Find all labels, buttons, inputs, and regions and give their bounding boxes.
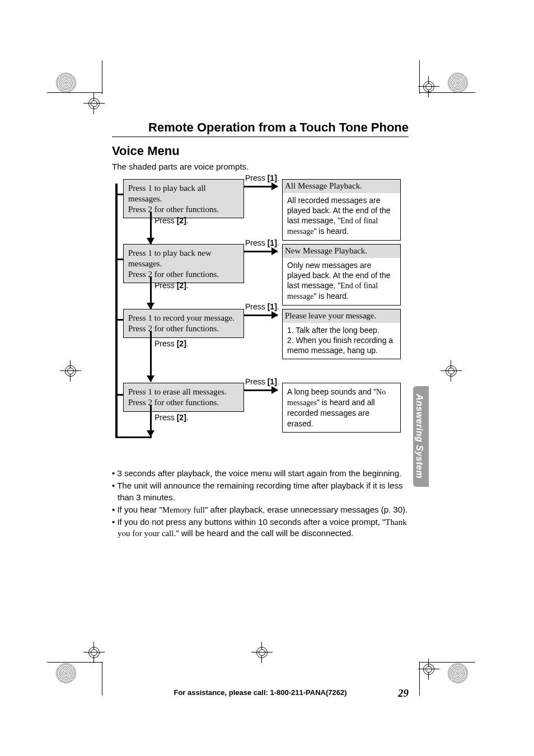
result-list: 1. Talk after the long beep. 2. When you… bbox=[287, 325, 396, 356]
note-4: • If you do not press any buttons within… bbox=[112, 516, 409, 539]
footer-assist: For assistance, please call: 1-800-211-P… bbox=[174, 688, 346, 697]
press2-label-3: Press [2]. bbox=[154, 339, 189, 348]
cross-mark-ml bbox=[63, 364, 78, 378]
intro-text: The shaded parts are voice prompts. bbox=[112, 162, 409, 171]
notes-list: • 3 seconds after playback, the voice me… bbox=[112, 468, 409, 539]
note-1: • 3 seconds after playback, the voice me… bbox=[112, 468, 409, 479]
reg-mark-tl bbox=[56, 73, 76, 93]
section-tab: Answering System bbox=[413, 386, 429, 487]
reg-mark-br bbox=[448, 663, 468, 683]
press1-label-1: Press [1]. bbox=[245, 173, 279, 182]
press2-label-4: Press [2]. bbox=[154, 413, 189, 422]
reg-mark-bl bbox=[56, 663, 76, 683]
flow-diagram: Press 1 to play back all messages. Press… bbox=[115, 177, 409, 445]
note-2: • The unit will announce the remaining r… bbox=[112, 480, 409, 503]
note-3: • If you hear "Memory full" after playba… bbox=[112, 504, 409, 515]
press1-label-2: Press [1]. bbox=[245, 238, 279, 247]
press1-label-4: Press [1]. bbox=[245, 377, 279, 386]
result-text: Only new messages are played back. At th… bbox=[287, 261, 390, 301]
press2-label-1: Press [2]. bbox=[154, 216, 189, 225]
page-title: Remote Operation from a Touch Tone Phone bbox=[112, 120, 409, 137]
page-number: 29 bbox=[398, 687, 409, 699]
section-subtitle: Voice Menu bbox=[112, 144, 409, 158]
cross-mark-br bbox=[421, 662, 436, 677]
result-shaded: New Message Playback. bbox=[283, 245, 400, 258]
prompt-box-3: Press 1 to record your message. Press 2 … bbox=[123, 309, 244, 338]
result-shaded: All Message Playback. bbox=[283, 180, 400, 193]
cross-mark-mr bbox=[444, 364, 458, 378]
reg-mark-tr bbox=[448, 73, 468, 93]
cross-mark-bc bbox=[255, 645, 269, 660]
result-text: A long beep sounds and "No messages" is … bbox=[287, 387, 386, 428]
prompt-box-4: Press 1 to erase all messages. Press 2 f… bbox=[123, 383, 244, 412]
prompt-text: Press 1 to play back all messages. Press… bbox=[128, 184, 219, 214]
prompt-box-1: Press 1 to play back all messages. Press… bbox=[123, 179, 244, 218]
prompt-box-2: Press 1 to play back new messages. Press… bbox=[123, 244, 244, 283]
result-box-1: All Message Playback. All recorded messa… bbox=[282, 179, 401, 241]
cross-mark-bl bbox=[87, 645, 101, 660]
result-box-3: Please leave your message. 1. Talk after… bbox=[282, 309, 401, 359]
result-box-2: New Message Playback. Only new messages … bbox=[282, 244, 401, 306]
result-box-4: A long beep sounds and "No messages" is … bbox=[282, 383, 401, 433]
result-shaded: Please leave your message. bbox=[283, 309, 400, 323]
cross-mark-tl bbox=[87, 96, 101, 111]
press1-label-3: Press [1]. bbox=[245, 302, 279, 311]
section-tab-label: Answering System bbox=[413, 386, 425, 487]
prompt-text: Press 1 to erase all messages. Press 2 f… bbox=[128, 387, 227, 407]
prompt-text: Press 1 to record your message. Press 2 … bbox=[128, 313, 235, 333]
result-text: All recorded messages are played back. A… bbox=[287, 196, 390, 236]
press2-label-2: Press [2]. bbox=[154, 281, 189, 290]
prompt-text: Press 1 to play back new messages. Press… bbox=[128, 248, 219, 279]
